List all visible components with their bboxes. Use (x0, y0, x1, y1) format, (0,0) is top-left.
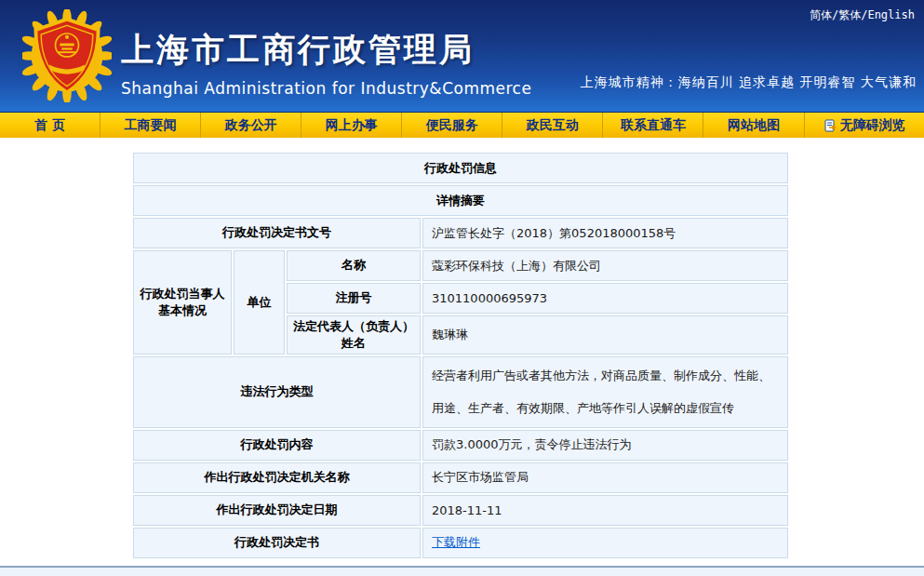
nav-item-public-affairs[interactable]: 政务公开 (201, 113, 301, 138)
table-row: 行政处罚内容 罚款3.0000万元，责令停止违法行为 (133, 430, 788, 461)
violation-type-label: 违法行为类型 (133, 356, 421, 427)
penalty-content-value: 罚款3.0000万元，责令停止违法行为 (422, 430, 788, 461)
legal-representative-value: 魏琳琳 (422, 315, 788, 355)
page-subtitle: Shanghai Administration for Industry&Com… (121, 79, 531, 98)
table-row: 违法行为类型 经营者利用广告或者其他方法，对商品质量、制作成分、性能、用途、生产… (133, 356, 788, 427)
language-switch[interactable]: 简体/繁体/English (810, 7, 915, 23)
legal-representative-label: 法定代表人（负责人）姓名 (287, 315, 421, 355)
table-subtitle: 详情摘要 (133, 185, 788, 216)
table-row: 作出行政处罚决定日期 2018-11-11 (133, 495, 788, 526)
nav-item-interaction[interactable]: 政民互动 (502, 113, 603, 138)
registration-number-value: 310110000695973 (422, 283, 788, 314)
site-header: 简体/繁体/English (0, 0, 924, 112)
deciding-authority-label: 作出行政处罚决定机关名称 (133, 462, 421, 493)
nav-item-convenience-services[interactable]: 便民服务 (402, 113, 502, 138)
deciding-authority-value: 长宁区市场监管局 (422, 462, 788, 493)
penalty-info-table: 行政处罚信息 详情摘要 行政处罚决定书文号 沪监管长处字（2018）第05201… (131, 151, 790, 560)
party-group-label: 行政处罚当事人基本情况 (133, 250, 232, 355)
penalty-content-label: 行政处罚内容 (133, 430, 421, 461)
decision-document-label: 行政处罚决定书 (133, 528, 421, 558)
content-area: 行政处罚信息 详情摘要 行政处罚决定书文号 沪监管长处字（2018）第05201… (0, 138, 924, 566)
nav-item-label: 无障碍浏览 (840, 117, 905, 134)
nav-item-online-services[interactable]: 网上办事 (301, 113, 402, 138)
table-row: 行政处罚信息 (133, 153, 788, 183)
saic-emblem-icon[interactable] (22, 9, 112, 102)
violation-type-value: 经营者利用广告或者其他方法，对商品质量、制作成分、性能、用途、生产者、有效期限、… (422, 356, 788, 427)
main-nav: 首 页 工商要闻 政务公开 网上办事 便民服务 政民互动 联系直通车 网站地图 … (0, 112, 924, 138)
download-attachment-link[interactable]: 下载附件 (432, 535, 480, 549)
table-row: 行政处罚决定书 下载附件 (133, 528, 788, 558)
party-type-label: 单位 (234, 250, 285, 355)
registration-number-label: 注册号 (287, 283, 421, 314)
decision-date-label: 作出行政处罚决定日期 (133, 495, 421, 526)
page-title: 上海市工商行政管理局 (121, 28, 531, 72)
nav-item-news[interactable]: 工商要闻 (100, 113, 201, 138)
nav-item-sitemap[interactable]: 网站地图 (703, 113, 804, 138)
party-name-label: 名称 (287, 250, 421, 281)
city-spirit-motto: 上海城市精神：海纳百川 追求卓越 开明睿智 大气谦和 (581, 74, 917, 91)
table-row: 详情摘要 (133, 185, 788, 216)
table-title: 行政处罚信息 (133, 153, 788, 183)
table-row: 行政处罚当事人基本情况 单位 名称 蔻彩环保科技（上海）有限公司 (133, 250, 788, 281)
nav-item-accessible-browsing[interactable]: 无障碍浏览 (805, 113, 924, 138)
doc-number-label: 行政处罚决定书文号 (133, 218, 421, 248)
nav-item-home[interactable]: 首 页 (0, 113, 100, 138)
footer-divider (0, 566, 924, 576)
party-name-value: 蔻彩环保科技（上海）有限公司 (422, 250, 788, 281)
doc-number-value: 沪监管长处字（2018）第052018000158号 (422, 218, 788, 248)
table-row: 作出行政处罚决定机关名称 长宁区市场监管局 (133, 462, 788, 493)
accessible-browsing-icon (824, 119, 837, 132)
nav-item-contact[interactable]: 联系直通车 (603, 113, 703, 138)
table-row: 行政处罚决定书文号 沪监管长处字（2018）第052018000158号 (133, 218, 788, 248)
saic-emblem-graphic (22, 9, 112, 102)
decision-date-value: 2018-11-11 (422, 495, 788, 526)
